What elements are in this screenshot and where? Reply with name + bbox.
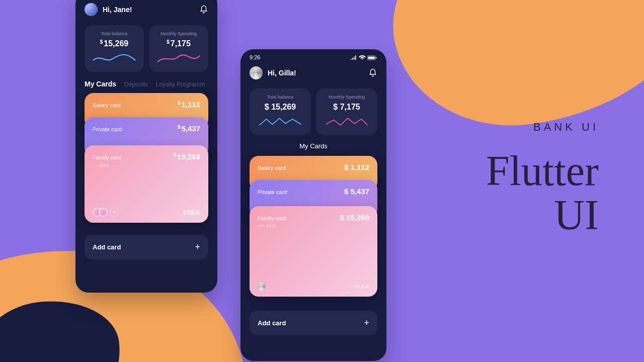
visa-logo: VISA xyxy=(354,284,369,290)
tile-value: $7,175 xyxy=(155,39,202,48)
tile-label: Monthly Spending xyxy=(155,31,202,36)
card-name: Private card xyxy=(93,126,122,132)
card-name: Private card xyxy=(258,189,287,195)
bg-blob-top-right xyxy=(379,0,644,141)
tile-label: Total balance xyxy=(91,31,138,36)
phone-mockup-a: Hi, Jane! Total balance $15,269 Monthly … xyxy=(75,0,217,293)
bell-icon[interactable] xyxy=(199,5,208,14)
page-title: BANK UI Flutter UI xyxy=(486,121,599,237)
plus-icon: + xyxy=(195,242,200,252)
card-name: Family card xyxy=(93,154,121,160)
add-member-icon[interactable]: + xyxy=(110,208,119,217)
add-card-button[interactable]: Add card + xyxy=(85,235,208,259)
bell-icon[interactable] xyxy=(368,68,377,77)
greeting-text: Hi, Gilla! xyxy=(268,69,296,77)
summary-tiles: Total balance $ 15,269 Monthly Spending … xyxy=(240,86,386,140)
tab-deposits[interactable]: Deposits xyxy=(124,81,148,88)
card-name: Salary card xyxy=(93,102,121,108)
signal-icon xyxy=(350,55,357,60)
cards-stack: Salary card $1,112 Private card $5,437 F… xyxy=(85,93,208,224)
card-masked-number: **** 2616 xyxy=(258,224,369,229)
phone-mockup-b: 9:26 Hi, Gilla! Total balance $ 15,269 M… xyxy=(240,49,386,361)
tab-loyalty[interactable]: Loyalty Programm xyxy=(156,81,205,88)
tile-monthly-spending[interactable]: Monthly Spending $ 7,175 xyxy=(316,88,377,135)
member-avatar xyxy=(99,208,108,217)
sparkline-balance xyxy=(91,52,138,65)
card-amount: $1,112 xyxy=(178,100,200,109)
card-members[interactable]: + xyxy=(93,208,119,217)
card-family[interactable]: Family card $ 15,269 **** 2616 VISA xyxy=(250,206,377,297)
cards-stack: Salary card $ 1,112 Private card $ 5,437… xyxy=(250,156,377,300)
avatar[interactable] xyxy=(85,3,98,16)
card-amount: $ 1,112 xyxy=(344,163,369,171)
statusbar: 9:26 xyxy=(240,49,386,62)
card-masked-number: ···· 2616 xyxy=(93,163,200,168)
tile-label: Total balance xyxy=(256,95,305,100)
summary-tiles: Total balance $15,269 Monthly Spending $… xyxy=(75,23,217,77)
card-amount: $5,437 xyxy=(178,124,200,133)
add-card-label: Add card xyxy=(93,243,121,251)
sparkline-spending xyxy=(322,116,371,129)
status-time: 9:26 xyxy=(250,54,260,60)
tile-label: Monthly Spending xyxy=(322,95,371,100)
tile-total-balance[interactable]: Total balance $15,269 xyxy=(85,25,144,72)
tile-value: $ 15,269 xyxy=(256,103,305,112)
svg-rect-3 xyxy=(376,57,377,59)
tabs: My Cards Deposits Loyalty Programm xyxy=(75,77,217,93)
avatar[interactable] xyxy=(250,66,263,79)
sparkline-balance xyxy=(256,116,305,129)
battery-icon xyxy=(367,55,377,60)
tile-total-balance[interactable]: Total balance $ 15,269 xyxy=(250,88,311,135)
card-name: Family card xyxy=(258,215,286,221)
card-amount: $15,269 xyxy=(174,152,200,161)
svg-rect-2 xyxy=(368,57,375,59)
tile-monthly-spending[interactable]: Monthly Spending $7,175 xyxy=(149,25,208,72)
title-big: Flutter UI xyxy=(486,149,599,237)
plus-icon: + xyxy=(364,318,369,328)
tile-value: $ 7,175 xyxy=(322,103,371,112)
section-title-my-cards: My Cards xyxy=(240,140,386,156)
sparkline-spending xyxy=(155,52,202,65)
visa-logo: VISA xyxy=(183,209,200,216)
card-name: Salary card xyxy=(258,165,286,171)
app-header: Hi, Gilla! xyxy=(240,62,386,86)
add-card-label: Add card xyxy=(258,319,286,327)
greeting-text: Hi, Jane! xyxy=(103,6,132,14)
tab-my-cards[interactable]: My Cards xyxy=(85,80,116,88)
card-family[interactable]: Family card $15,269 ···· 2616 + VISA xyxy=(85,145,208,223)
add-card-button[interactable]: Add card + xyxy=(250,311,377,335)
card-chip-icon xyxy=(258,283,266,291)
status-icons xyxy=(350,54,377,60)
wifi-icon xyxy=(359,55,366,60)
title-small: BANK UI xyxy=(486,121,599,134)
tile-value: $15,269 xyxy=(91,39,138,48)
card-amount: $ 5,437 xyxy=(344,187,369,196)
app-header: Hi, Jane! xyxy=(75,0,217,23)
card-amount: $ 15,269 xyxy=(340,213,369,222)
svg-point-0 xyxy=(205,6,206,8)
